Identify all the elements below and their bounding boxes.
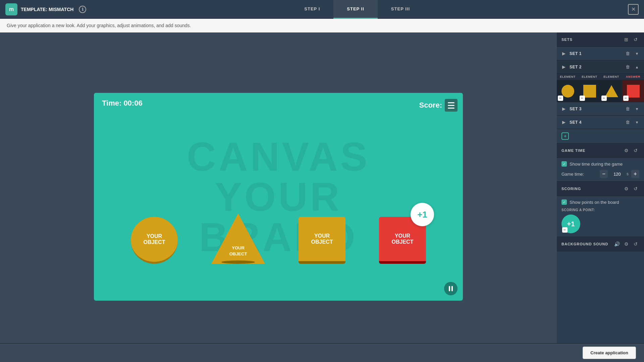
element-thumb-3[interactable]: ✏ <box>600 80 622 102</box>
el-header-2: ELEMENT <box>579 74 600 80</box>
set2-delete-icon[interactable]: 🗑 <box>624 63 631 71</box>
bgsound-speaker-icon[interactable]: 🔊 <box>613 240 621 248</box>
close-button[interactable]: ✕ <box>628 4 639 15</box>
game-time-row: Game time: − 120 s + <box>561 170 639 178</box>
tab-step3[interactable]: STEP III <box>378 0 423 19</box>
sets-layout-icon[interactable]: ⊞ <box>623 36 630 43</box>
scoring-settings-icon[interactable]: ⚙ <box>623 185 630 192</box>
element-thumb-answer[interactable]: ✏ <box>622 80 644 102</box>
element-thumb-2[interactable]: ✏ <box>579 80 600 102</box>
tab-step2[interactable]: STEP II <box>333 0 378 19</box>
sets-icons: ⊞ ↺ <box>623 36 639 43</box>
game-time-label: Game time: <box>561 172 597 177</box>
show-points-label: Show points on the board <box>570 200 619 205</box>
show-time-checkbox[interactable]: ✓ <box>561 161 567 167</box>
set3-play-icon[interactable]: ▶ <box>560 105 568 113</box>
pause-button[interactable] <box>444 282 458 295</box>
el-header-1: ELEMENT <box>557 74 579 80</box>
game-time-minus-button[interactable]: − <box>600 170 608 178</box>
sets-section-header: SETS ⊞ ↺ <box>557 33 644 47</box>
set3-label: SET 3 <box>570 107 622 111</box>
elements-grid: ELEMENT ELEMENT ELEMENT ANSWER ✏ ✏ ✏ <box>557 74 644 102</box>
wm-line-2: YOUR <box>215 177 342 217</box>
set2-collapse-icon[interactable]: ▲ <box>633 63 641 71</box>
watermark: CANVAS YOUR BRAND <box>94 93 463 301</box>
logo-icon: m <box>5 3 17 15</box>
canvas-area: CANVAS YOUR BRAND Time: 00:06 Score: <box>0 33 557 361</box>
set2-expanded: ▶ SET 2 🗑 ▲ ELEMENT ELEMENT ELEMENT ANSW… <box>557 60 644 102</box>
set4-expand-icon[interactable]: ▼ <box>633 119 641 126</box>
element-edit-answer[interactable]: ✏ <box>623 96 629 101</box>
show-points-checkbox[interactable]: ✓ <box>561 199 567 205</box>
game-time-unit: s <box>627 172 629 176</box>
menu-line <box>448 105 454 106</box>
set4-delete-icon[interactable]: 🗑 <box>624 119 631 126</box>
sets-title: SETS <box>561 38 573 42</box>
wm-line-1: CANVAS <box>187 136 370 177</box>
set3-delete-icon[interactable]: 🗑 <box>624 105 631 113</box>
set3-row: ▶ SET 3 🗑 ▼ <box>557 102 644 116</box>
game-time-value: 120 <box>610 172 624 177</box>
show-points-row: ✓ Show points on the board <box>561 199 639 205</box>
game-time-body: ✓ Show time during the game Game time: −… <box>557 158 644 181</box>
plus-one-badge: +1 <box>411 203 434 226</box>
bgsound-refresh-icon[interactable]: ↺ <box>632 240 639 248</box>
set4-row: ▶ SET 4 🗑 ▼ <box>557 116 644 129</box>
scoring-section-header: SCORING ⚙ ↺ <box>557 182 644 196</box>
game-time-icons: ⚙ ↺ <box>623 147 639 154</box>
set1-expand-icon[interactable]: ▼ <box>633 50 641 57</box>
sets-refresh-icon[interactable]: ↺ <box>632 36 639 43</box>
point-edit-icon[interactable]: ✏ <box>562 227 568 233</box>
scoring-a-point-label: SCORING A POINT: <box>561 208 639 212</box>
object-square-red[interactable]: +1 YOUROBJECT <box>379 217 426 264</box>
element-edit-3[interactable]: ✏ <box>601 96 607 101</box>
logo-area: m TEMPLATE: MISMATCH ℹ <box>5 3 86 15</box>
set1-play-icon[interactable]: ▶ <box>560 50 568 57</box>
bgsound-title: BACKGROUND SOUND <box>561 242 608 246</box>
point-thumb[interactable]: +1 ✏ <box>561 215 580 233</box>
bottom-bar: Create application <box>0 343 644 362</box>
scoring-body: ✓ Show points on the board SCORING A POI… <box>557 196 644 237</box>
set4-play-icon[interactable]: ▶ <box>560 119 568 126</box>
info-icon[interactable]: ℹ <box>79 6 86 13</box>
object-square-gold[interactable]: YOUROBJECT <box>299 217 345 264</box>
set4-label: SET 4 <box>570 120 622 125</box>
element-edit-1[interactable]: ✏ <box>558 96 563 101</box>
add-set-button[interactable]: + <box>561 132 639 140</box>
set1-row: ▶ SET 1 🗑 ▼ <box>557 47 644 60</box>
set2-label: SET 2 <box>570 65 622 69</box>
show-time-label: Show time during the game <box>570 162 623 167</box>
el-header-3: ELEMENT <box>600 74 622 80</box>
game-time-title: GAME TIME <box>561 148 585 153</box>
subtitle-text: Give your application a new look. Add yo… <box>7 23 191 28</box>
game-time-display: Time: 00:06 <box>102 99 143 108</box>
add-set-area: + <box>557 129 644 143</box>
element-edit-2[interactable]: ✏ <box>580 96 585 101</box>
element-thumb-1[interactable]: ✏ <box>557 80 579 102</box>
scoring-refresh-icon[interactable]: ↺ <box>632 185 639 192</box>
object-circle[interactable]: YOUROBJECT <box>131 217 178 264</box>
right-panel: SETS ⊞ ↺ ▶ SET 1 🗑 ▼ ▶ SET 2 🗑 ▲ ELEMENT <box>557 33 644 361</box>
game-canvas: CANVAS YOUR BRAND Time: 00:06 Score: <box>94 93 463 301</box>
game-time-plus-button[interactable]: + <box>631 170 639 178</box>
game-time-section: GAME TIME ⚙ ↺ ✓ Show time during the gam… <box>557 143 644 181</box>
object-triangle[interactable]: YOUROBJECT <box>211 214 265 264</box>
objects-row: YOUROBJECT YOUROBJECT YOUROBJECT +1 <box>94 214 463 264</box>
create-application-button[interactable]: Create application <box>583 347 636 359</box>
scoring-section: SCORING ⚙ ↺ ✓ Show points on the board S… <box>557 181 644 237</box>
set3-expand-icon[interactable]: ▼ <box>633 105 641 113</box>
pause-icon <box>449 286 453 291</box>
tab-step1[interactable]: STEP I <box>291 0 333 19</box>
set2-play-icon[interactable]: ▶ <box>560 63 568 71</box>
game-time-section-header: GAME TIME ⚙ ↺ <box>557 143 644 158</box>
bgsound-settings-icon[interactable]: ⚙ <box>623 240 630 248</box>
set1-delete-icon[interactable]: 🗑 <box>624 50 631 57</box>
background-sound-section: BACKGROUND SOUND 🔊 ⚙ ↺ <box>557 237 644 251</box>
game-score-text: Score: <box>419 101 442 110</box>
game-time-refresh-icon[interactable]: ↺ <box>632 147 639 154</box>
game-time-settings-icon[interactable]: ⚙ <box>623 147 630 154</box>
game-menu-button[interactable] <box>445 99 458 112</box>
bgsound-section-header: BACKGROUND SOUND 🔊 ⚙ ↺ <box>557 237 644 251</box>
bgsound-icons: 🔊 ⚙ ↺ <box>613 240 639 248</box>
game-score-display: Score: <box>419 99 458 112</box>
